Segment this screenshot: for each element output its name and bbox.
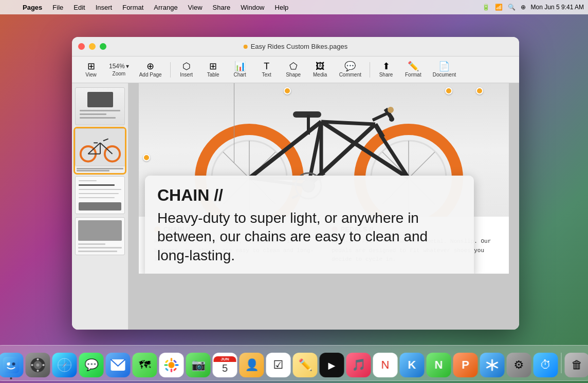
toolbar-separator-2 xyxy=(370,62,370,78)
apple-menu-icon[interactable] xyxy=(4,2,14,12)
dock-music[interactable]: 🎵 xyxy=(346,353,371,377)
pages-sidebar[interactable]: 1 2 xyxy=(72,83,128,330)
wifi-indicator: 📶 xyxy=(495,4,503,11)
menubar-view[interactable]: View xyxy=(184,3,207,12)
svg-rect-61 xyxy=(171,358,172,361)
appletv-icon-svg: ▶ xyxy=(325,358,339,372)
music-icon-symbol: 🎵 xyxy=(352,358,365,372)
media-icon: 🖼 xyxy=(316,62,325,71)
svg-point-52 xyxy=(37,370,39,372)
dock-calendar[interactable]: JUN 5 xyxy=(213,353,237,377)
zoom-value: 154% ▾ xyxy=(109,63,129,70)
menubar-format[interactable]: Format xyxy=(118,3,148,12)
dock-screentime[interactable]: ⏱ xyxy=(534,353,558,377)
view-toolbar-item[interactable]: ⊞ View xyxy=(78,60,104,80)
chart-icon: 📊 xyxy=(234,62,246,71)
handle-dot-left[interactable] xyxy=(143,154,150,161)
dock-messages[interactable]: 💬 xyxy=(79,353,104,377)
table-toolbar-item[interactable]: ⊞ Table xyxy=(200,60,226,80)
insert-toolbar-item[interactable]: ⬡ Insert xyxy=(174,60,199,80)
zoom-control[interactable]: 154% ▾ Zoom xyxy=(105,61,133,79)
document-canvas[interactable]: CHAIN // Heavy-duty to super light, or a… xyxy=(128,83,519,330)
battery-indicator: 🔋 xyxy=(482,4,490,11)
unsaved-dot xyxy=(244,45,248,49)
dock-finder[interactable] xyxy=(0,353,24,377)
pages-icon-symbol: P xyxy=(462,358,469,372)
menubar-edit[interactable]: Edit xyxy=(69,3,89,12)
keynote-icon-symbol: K xyxy=(408,358,416,372)
menubar-help[interactable]: Help xyxy=(271,3,293,12)
menubar-window[interactable]: Window xyxy=(236,3,268,12)
insert-icon: ⬡ xyxy=(182,62,191,71)
menubar-share[interactable]: Share xyxy=(209,3,235,12)
maximize-button[interactable] xyxy=(100,43,106,50)
dock-numbers[interactable]: N xyxy=(427,353,451,377)
menubar-file[interactable]: File xyxy=(48,3,67,12)
handle-dot-right[interactable] xyxy=(476,87,483,94)
add-page-toolbar-item[interactable]: ⊕ Add Page xyxy=(134,60,167,80)
comment-toolbar-item[interactable]: 💬 Comment xyxy=(334,60,366,80)
page-thumb-2[interactable] xyxy=(75,128,125,173)
close-button[interactable] xyxy=(78,43,85,50)
menubar-app-name[interactable]: Pages xyxy=(19,3,46,12)
dock-freeform[interactable]: ✏️ xyxy=(293,353,318,377)
calendar-day: 5 xyxy=(222,362,228,374)
window-title-text: Easy Rides Custom Bikes.pages xyxy=(251,43,348,50)
window-controls xyxy=(78,43,106,50)
handle-dot-bottom-right[interactable] xyxy=(445,87,452,94)
minimize-button[interactable] xyxy=(89,43,96,50)
svg-text:▶: ▶ xyxy=(328,360,336,371)
datetime-display[interactable]: Mon Jun 5 9:41 AM xyxy=(531,4,584,11)
toolbar: ⊞ View 154% ▾ Zoom ⊕ Add Page ⬡ Insert ⊞… xyxy=(72,56,519,83)
search-icon[interactable]: 🔍 xyxy=(508,4,516,11)
reminders-icon-symbol: ☑ xyxy=(273,358,284,372)
dock-reminders[interactable]: ☑ xyxy=(266,353,291,377)
chart-toolbar-item[interactable]: 📊 Chart xyxy=(227,60,253,80)
dock-pages[interactable]: P xyxy=(453,353,478,377)
dock-safari[interactable] xyxy=(52,353,77,377)
dock-appstore[interactable] xyxy=(480,353,505,377)
svg-point-50 xyxy=(37,358,39,360)
text-toolbar-item[interactable]: T Text xyxy=(254,60,280,80)
window-title: Easy Rides Custom Bikes.pages xyxy=(244,43,348,50)
tooltip-overlay: CHAIN // Heavy-duty to super light, or a… xyxy=(145,176,474,274)
format-toolbar-item[interactable]: ✏️ Format xyxy=(400,60,427,80)
dock-photos[interactable] xyxy=(159,353,184,377)
svg-point-51 xyxy=(43,364,45,366)
svg-point-45 xyxy=(12,362,15,366)
dock-trash[interactable]: 🗑 xyxy=(565,353,589,377)
menubar-arrange[interactable]: Arrange xyxy=(150,3,181,12)
control-center-icon[interactable]: ⊕ xyxy=(521,4,526,11)
media-toolbar-item[interactable]: 🖼 Media xyxy=(307,60,333,80)
dock-contacts[interactable]: 👤 xyxy=(240,353,264,377)
trash-icon-symbol: 🗑 xyxy=(572,358,583,372)
share-toolbar-item[interactable]: ⬆ Share xyxy=(373,60,399,80)
thumb-bike-svg xyxy=(76,128,125,166)
tooltip-title: CHAIN // xyxy=(157,186,462,205)
dock-appletv[interactable]: ▶ xyxy=(320,353,344,377)
menubar-insert[interactable]: Insert xyxy=(91,3,117,12)
dock-mail[interactable] xyxy=(106,353,131,377)
handle-dot-top[interactable] xyxy=(284,87,291,94)
mail-icon-svg xyxy=(111,359,126,371)
dock-systemprefs[interactable]: ⚙ xyxy=(507,353,531,377)
dock-maps[interactable]: 🗺 xyxy=(133,353,157,377)
dock-facetime[interactable]: 📷 xyxy=(186,353,211,377)
maps-icon-symbol: 🗺 xyxy=(139,358,151,372)
freeform-icon-symbol: ✏️ xyxy=(298,358,312,372)
text-icon: T xyxy=(264,62,269,71)
chart-label: Chart xyxy=(233,72,246,78)
svg-point-46 xyxy=(9,362,10,363)
svg-rect-62 xyxy=(171,369,172,372)
dock-launchpad[interactable] xyxy=(26,353,50,377)
shape-toolbar-item[interactable]: ⬠ Shape xyxy=(281,60,306,80)
page-thumb-1[interactable] xyxy=(75,87,125,125)
page-thumb-4[interactable] xyxy=(75,217,125,255)
format-label: Format xyxy=(405,72,421,78)
page-thumb-3[interactable] xyxy=(75,176,125,214)
document-toolbar-item[interactable]: 📄 Document xyxy=(428,60,462,80)
page-thumb-container-2: 2 xyxy=(75,128,125,173)
dock-news[interactable]: N xyxy=(373,353,398,377)
dock-keynote[interactable]: K xyxy=(400,353,425,377)
news-icon-symbol: N xyxy=(381,358,390,372)
